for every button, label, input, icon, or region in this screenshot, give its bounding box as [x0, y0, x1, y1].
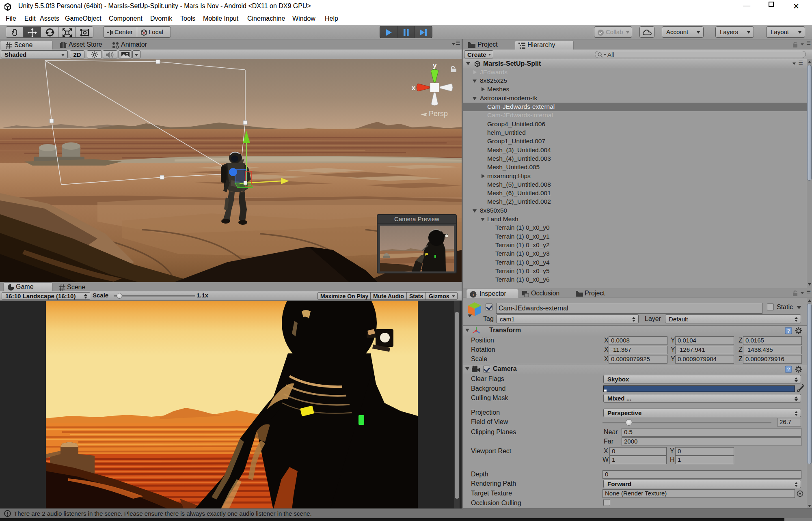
svg-text:x: x	[412, 84, 415, 91]
svg-text:Persp: Persp	[429, 110, 448, 118]
svg-text:y: y	[433, 62, 437, 69]
svg-text:?: ?	[787, 328, 790, 334]
svg-text:?: ?	[787, 367, 790, 372]
